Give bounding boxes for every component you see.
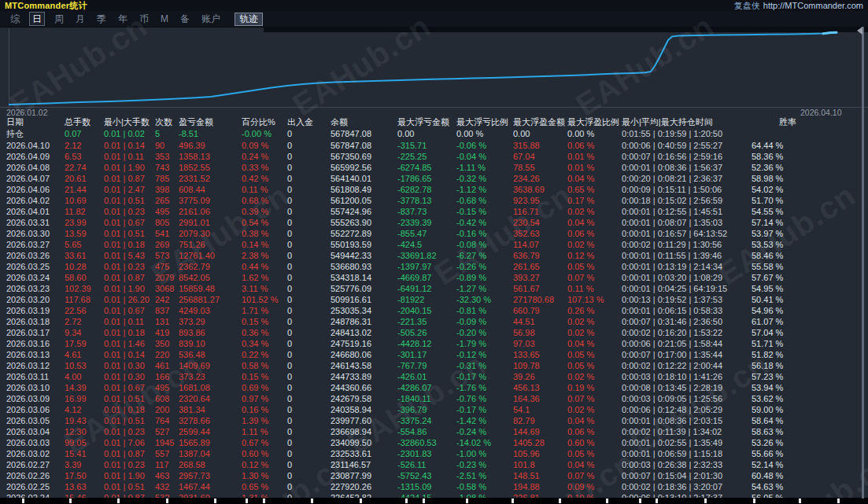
table-row[interactable]: 2026.03.23102.390.01 | 1.90306815859.483… — [0, 283, 868, 294]
cell-col10: 114.07 — [513, 239, 567, 250]
table-row[interactable]: 2026.03.1014.390.01 | 0.674951681.080.69… — [0, 382, 868, 393]
table-row[interactable]: 2026.03.114.000.01 | 0.30166373.230.15 %… — [0, 371, 868, 382]
cell-col2: 0.01 | 0.18 — [104, 404, 155, 415]
cell-col13: 61.07 % — [752, 316, 868, 327]
vertical-scrollbar[interactable] — [862, 27, 864, 498]
table-row[interactable]: 2026.03.0412.300.01 | 0.235272599.441.11… — [0, 426, 868, 437]
table-row[interactable]: 2026.02.2617.500.01 | 1.904632957.731.30… — [0, 470, 868, 481]
cell-col1: 10.69 — [65, 195, 104, 206]
cell-col1: 12.30 — [65, 426, 104, 437]
cell-col1: 19.43 — [65, 415, 104, 426]
cell-col5: 0.09 % — [242, 140, 287, 151]
cell-col13: 54.55 % — [752, 206, 868, 217]
table-row[interactable]: 2026.03.0215.410.01 | 0.875571387.040.60… — [0, 448, 868, 459]
cell-col2: 0.01 | 1.46 — [104, 338, 155, 349]
cell-col7: 234099.50 — [331, 437, 397, 448]
table-row[interactable]: 2026.04.0210.690.01 | 0.512653775.090.68… — [0, 195, 868, 206]
table-row[interactable]: 2026.04.0720.610.01 | 0.877852331.520.42… — [0, 173, 868, 184]
table-row[interactable]: 2026.04.0621.440.01 | 2.47398608.440.11 … — [0, 184, 868, 195]
cell-col11: 0.04 % — [567, 338, 622, 349]
table-row[interactable]: 2026.02.2513.630.01 | 0.514321467.440.65… — [0, 481, 868, 492]
cell-col6: 0 — [287, 239, 331, 250]
table-row[interactable]: 2026.03.1210.530.01 | 0.304611409.690.58… — [0, 360, 868, 371]
cell-col10: 148.51 — [513, 470, 567, 481]
cell-col13: 53.94 % — [752, 382, 868, 393]
table-row[interactable]: 2026.03.064.120.01 | 0.18200381.340.16 %… — [0, 404, 868, 415]
cell-col12: 0:00:01 | 0:06:59 | 1:15:18 — [622, 448, 752, 459]
app-window: MTCommander统计 复盘侠http://MTCommander.com … — [0, 0, 868, 504]
cell-col6: 0 — [287, 184, 331, 195]
cell-col4: 2957.73 — [179, 470, 242, 481]
cell-col3: 265 — [155, 195, 179, 206]
cell-col12: 0:00:01 | 0:13:19 | 2:14:34 — [622, 261, 752, 272]
cell-col1: 2.12 — [65, 140, 104, 151]
cell-col13: 58.36 % — [752, 151, 868, 162]
cell-col1: 16.99 — [65, 393, 104, 404]
cell-col12: 0:00:06 | 0:12:48 | 2:05:29 — [622, 404, 752, 415]
table-row[interactable]: 2026.03.1922.560.01 | 0.678374249.031.71… — [0, 305, 868, 316]
table-row[interactable]: 2026.03.20117.680.01 | 26.20242256881.27… — [0, 294, 868, 305]
cell-col2: 0.01 | 1.90 — [104, 283, 155, 294]
cell-col6: 0 — [287, 470, 331, 481]
table-row[interactable]: 2026.03.3123.990.01 | 0.678052991.010.54… — [0, 217, 868, 228]
table-row[interactable]: 2026.04.102.120.01 | 0.1490496.390.09 %0… — [0, 140, 868, 151]
table-row[interactable]: 2026.03.2510.280.01 | 0.234752362.790.44… — [0, 261, 868, 272]
cell-col0: 2026.02.25 — [6, 481, 65, 492]
cell-col6: 0 — [287, 195, 331, 206]
cell-col10: 234.26 — [513, 173, 567, 184]
table-row[interactable]: 2026.03.2458.600.01 | 0.8720798542.051.6… — [0, 272, 868, 283]
table-row[interactable]: 2026.03.0399.050.01 | 7.0619451565.890.6… — [0, 437, 868, 448]
table-row[interactable]: 2026.04.0111.820.01 | 0.234952161.060.39… — [0, 206, 868, 217]
cell-col11: 0.65 % — [567, 184, 622, 195]
cell-col5: 0.34 % — [242, 338, 287, 349]
cell-col4: 373.23 — [179, 371, 242, 382]
cell-col4: 381.34 — [179, 404, 242, 415]
cell-col6: 0 — [287, 294, 331, 305]
cell-col6: 0 — [287, 272, 331, 283]
table-row[interactable]: 2026.03.3013.590.01 | 0.515412079.300.38… — [0, 228, 868, 239]
table-row[interactable]: 2026.04.0822.740.01 | 1.907431852.550.33… — [0, 162, 868, 173]
cell-col5: 0.14 % — [242, 239, 287, 250]
cell-col11: 0.05 % — [567, 349, 622, 360]
cell-col1: 117.68 — [65, 294, 104, 305]
cell-col0: 2026.03.16 — [6, 338, 65, 349]
cell-col6: 0 — [287, 128, 331, 140]
cell-col2: 0.01 | 0.23 — [104, 261, 155, 272]
cell-col0: 2026.03.03 — [6, 437, 65, 448]
table-row[interactable]: 2026.03.2633.610.01 | 5.4357312761.402.3… — [0, 250, 868, 261]
cell-col10: 636.79 — [513, 250, 567, 261]
table-row[interactable]: 2026.02.273.390.01 | 0.23117268.580.12 %… — [0, 459, 868, 470]
cell-col7: 242679.58 — [331, 393, 397, 404]
cell-col1: 2.72 — [65, 316, 104, 327]
cell-col9: -2.51 % — [456, 470, 513, 481]
cell-col2: 0.01 | 0.02 — [104, 128, 155, 140]
grid-tick — [466, 498, 468, 503]
cell-col12: 0:00:13 | 0:19:52 | 1:37:53 — [622, 294, 752, 305]
cell-col11: 0.06 % — [567, 426, 622, 437]
cell-col1: 14.39 — [65, 382, 104, 393]
cell-col12: 0:00:18 | 0:15:02 | 2:56:59 — [622, 195, 752, 206]
cell-col9: -14.02 % — [456, 437, 513, 448]
cell-col3: 608 — [155, 393, 179, 404]
cell-col12: 0:00:02 | 0:11:39 | 1:34:02 — [622, 426, 752, 437]
table-row[interactable]: 2026.03.0916.990.01 | 0.516082320.640.97… — [0, 393, 868, 404]
cell-col9: -0.08 % — [456, 239, 513, 250]
cell-col13: 52.14 % — [752, 459, 868, 470]
cell-col4: 1852.55 — [179, 162, 242, 173]
table-row[interactable]: 2026.03.182.720.01 | 0.11131373.290.15 %… — [0, 316, 868, 327]
table-row[interactable]: 2026.03.179.340.01 | 0.18419893.860.36 %… — [0, 327, 868, 338]
cell-col11: 107.13 % — [567, 294, 622, 305]
cell-col5: 0.36 % — [242, 327, 287, 338]
table-row[interactable]: 2026.03.1617.590.01 | 1.46350839.100.34 … — [0, 338, 868, 349]
table-row[interactable]: 2026.03.0519.430.01 | 0.517643278.661.39… — [0, 415, 868, 426]
table-row[interactable]: 2026.03.134.610.01 | 0.14220536.480.22 %… — [0, 349, 868, 360]
table-row[interactable]: 2026.04.096.530.01 | 0.113531358.130.24 … — [0, 151, 868, 162]
cell-col13: 51.70 % — [752, 195, 868, 206]
cell-col8: -1397.97 — [397, 261, 456, 272]
grid-tick — [311, 498, 313, 503]
table-row[interactable]: 2026.03.275.650.01 | 0.18269751.260.14 %… — [0, 239, 868, 250]
position-row[interactable]: 持仓0.070.01 | 0.025-8.51-0.00 %0567847.08… — [0, 128, 868, 140]
cell-col13: 57.04 % — [752, 327, 868, 338]
cell-col5: 0.54 % — [242, 217, 287, 228]
cell-col10: 164.36 — [513, 393, 567, 404]
